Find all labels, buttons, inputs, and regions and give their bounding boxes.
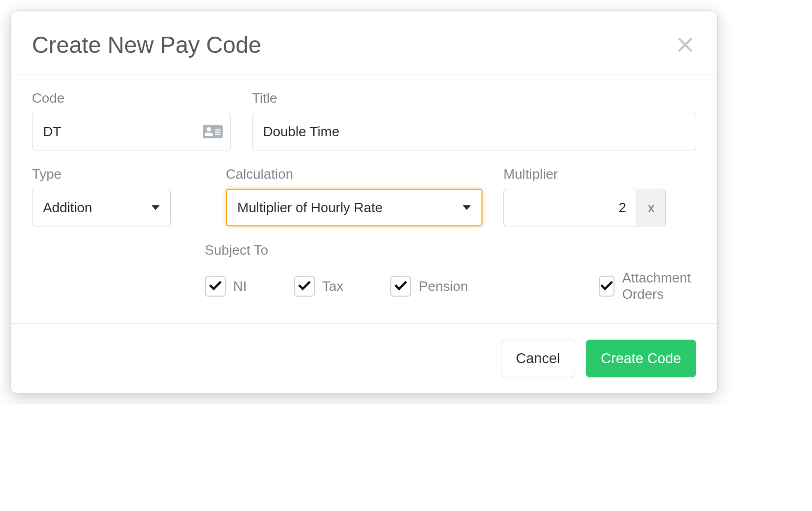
code-input-wrap <box>32 113 231 150</box>
modal-title: Create New Pay Code <box>32 32 261 58</box>
checkbox-box <box>294 276 315 297</box>
id-card-icon <box>203 124 223 139</box>
multiplier-wrap: x <box>503 189 666 226</box>
modal-footer: Cancel Create Code <box>11 323 717 393</box>
checkbox-ni-label: NI <box>233 278 247 295</box>
check-icon <box>394 279 408 293</box>
checkbox-pension[interactable]: Pension <box>390 270 468 302</box>
checkbox-attachment-orders[interactable]: Attachment Orders <box>599 270 696 302</box>
checkbox-tax[interactable]: Tax <box>294 270 343 302</box>
multiplier-suffix: x <box>637 189 666 226</box>
subject-to-section: Subject To NI Tax <box>205 242 696 302</box>
row-type-calc-mult: Type Addition Calculation Multiplier of … <box>32 166 696 226</box>
type-select[interactable]: Addition <box>32 189 171 226</box>
title-label: Title <box>252 90 696 106</box>
multiplier-input[interactable] <box>503 189 637 226</box>
close-icon <box>674 34 696 57</box>
checkbox-box <box>390 276 411 297</box>
close-button[interactable] <box>674 34 696 57</box>
row-code-title: Code Title <box>32 90 696 150</box>
checkbox-ni[interactable]: NI <box>205 270 247 302</box>
chevron-down-icon <box>151 203 160 212</box>
calculation-select[interactable]: Multiplier of Hourly Rate <box>226 189 482 226</box>
code-input[interactable] <box>32 113 231 150</box>
field-type: Type Addition <box>32 166 171 226</box>
checkbox-pension-label: Pension <box>419 278 468 295</box>
checkbox-box <box>599 276 615 297</box>
check-icon <box>600 279 613 293</box>
modal-body: Code Title Type Addition <box>11 74 717 323</box>
calculation-label: Calculation <box>226 166 482 182</box>
calculation-selected-value: Multiplier of Hourly Rate <box>237 200 382 216</box>
create-pay-code-modal: Create New Pay Code Code Title <box>10 10 718 394</box>
checkbox-box <box>205 276 226 297</box>
checkbox-attachment-label: Attachment Orders <box>622 270 696 302</box>
checkbox-tax-label: Tax <box>322 278 343 295</box>
field-title: Title <box>252 90 696 150</box>
chevron-down-icon <box>463 203 471 212</box>
check-icon <box>298 279 311 293</box>
cancel-button[interactable]: Cancel <box>501 340 575 377</box>
type-selected-value: Addition <box>43 200 92 216</box>
code-label: Code <box>32 90 231 106</box>
field-multiplier: Multiplier x <box>503 166 696 226</box>
multiplier-label: Multiplier <box>503 166 696 182</box>
check-icon <box>209 279 222 293</box>
subject-to-label: Subject To <box>205 242 696 258</box>
title-input[interactable] <box>252 113 696 150</box>
create-code-button[interactable]: Create Code <box>586 340 696 377</box>
modal-header: Create New Pay Code <box>11 11 717 74</box>
field-code: Code <box>32 90 231 150</box>
field-calculation: Calculation Multiplier of Hourly Rate <box>226 166 482 226</box>
checks-row: NI Tax Pension <box>205 270 696 302</box>
type-label: Type <box>32 166 171 182</box>
